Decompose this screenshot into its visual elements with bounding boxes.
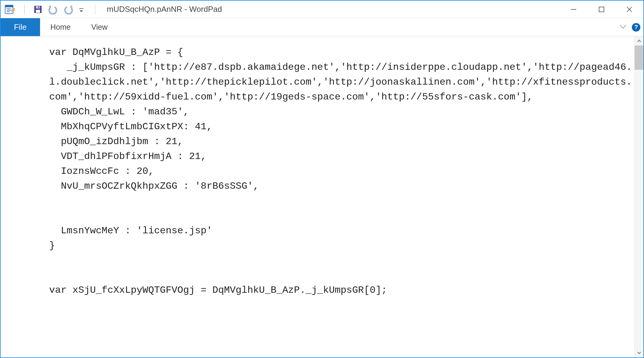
svg-rect-6 — [36, 6, 40, 8]
wordpad-app-icon — [5, 4, 15, 15]
file-tab[interactable]: File — [1, 18, 40, 36]
save-button[interactable] — [34, 5, 42, 14]
svg-rect-8 — [38, 6, 39, 8]
minimize-button[interactable] — [560, 1, 588, 18]
close-button[interactable] — [615, 1, 643, 18]
tab-view[interactable]: View — [81, 18, 118, 36]
scroll-up-button[interactable] — [635, 36, 643, 46]
workspace: var DqMVglhkU_B_AzP = { _j_kUmpsGR : ['h… — [1, 36, 643, 357]
document-body[interactable]: var DqMVglhkU_B_AzP = { _j_kUmpsGR : ['h… — [1, 36, 634, 357]
quick-access-toolbar: mUDSqcHQn.pAnNR - WordPad — [5, 4, 222, 15]
undo-button[interactable] — [48, 4, 58, 15]
vertical-scrollbar[interactable] — [634, 36, 643, 357]
window-controls — [560, 1, 643, 18]
title-bar: mUDSqcHQn.pAnNR - WordPad — [1, 1, 643, 18]
svg-rect-1 — [5, 5, 13, 7]
customize-qat-button[interactable] — [79, 6, 83, 12]
scroll-thumb[interactable] — [635, 46, 643, 70]
scroll-down-button[interactable] — [635, 348, 643, 357]
tab-home[interactable]: Home — [40, 18, 81, 36]
help-label: ? — [634, 24, 638, 31]
redo-button[interactable] — [63, 4, 74, 15]
separator — [95, 4, 95, 15]
collapse-ribbon-button[interactable] — [619, 22, 628, 32]
maximize-button[interactable] — [588, 1, 615, 18]
separator — [24, 5, 25, 14]
ribbon: File Home View ? — [1, 18, 643, 36]
svg-rect-10 — [599, 7, 604, 12]
help-button[interactable]: ? — [632, 23, 640, 32]
window-title: mUDSqcHQn.pAnNR - WordPad — [107, 5, 222, 14]
svg-rect-7 — [36, 10, 40, 13]
